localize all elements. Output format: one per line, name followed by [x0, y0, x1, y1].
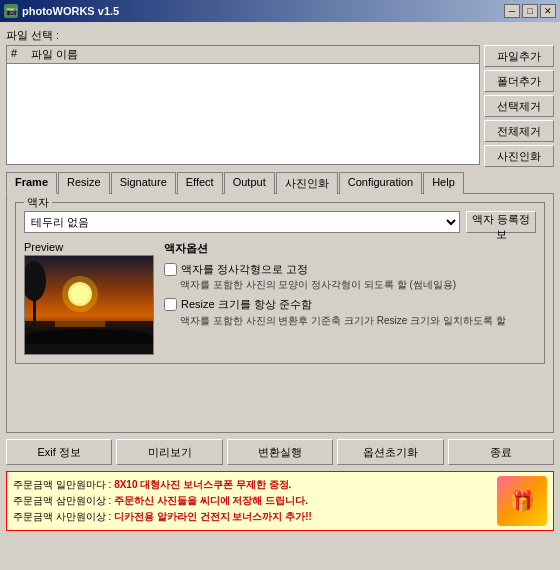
checkbox-2-subtext: 액자를 포함한 사진의 변환후 기준축 크기가 Resize 크기와 일치하도록… [180, 314, 536, 327]
quit-button[interactable]: 종료 [448, 439, 554, 465]
reset-button[interactable]: 옵션초기화 [337, 439, 443, 465]
checkbox-2-label: Resize 크기를 항상 준수함 [181, 297, 312, 311]
preview-label: Preview [24, 241, 154, 253]
add-file-button[interactable]: 파일추가 [484, 45, 554, 67]
tabs-container: Frame Resize Signature Effect Output 사진인… [6, 171, 554, 433]
checkbox-resize-comply[interactable] [164, 298, 177, 311]
file-table-area: # 파일 이름 파일추가 폴더추가 선택제거 전체제거 사진인화 [6, 45, 554, 167]
checkbox-group-1: 액자를 정사각형으로 고정 액자를 포함한 사진의 모양이 정사각형이 되도록 … [164, 262, 536, 291]
tab-print[interactable]: 사진인화 [276, 172, 338, 194]
file-list: # 파일 이름 [6, 45, 480, 165]
preview-box: Preview [24, 241, 154, 355]
frame-options: 액자옵션 액자를 정사각형으로 고정 액자를 포함한 사진의 모양이 정사각형이… [164, 241, 536, 355]
preview-button[interactable]: 미리보기 [116, 439, 222, 465]
banner: 주문금액 일만원마다 : 8X10 대형사진 보너스쿠폰 무제한 증정. 주문금… [6, 471, 554, 531]
banner-line-1-highlight: 8X10 대형사진 보너스쿠폰 무제한 증정. [114, 479, 291, 490]
frame-select-wrapper: 테두리 없음 [24, 211, 460, 233]
tab-help[interactable]: Help [423, 172, 464, 194]
title-buttons: ─ □ ✕ [504, 4, 556, 18]
banner-icon: 🎁 [497, 476, 547, 526]
add-folder-button[interactable]: 폴더추가 [484, 70, 554, 92]
frame-preview-area: Preview [24, 241, 536, 355]
title-bar-left: 📷 photoWORKS v1.5 [4, 4, 119, 18]
app-icon: 📷 [4, 4, 18, 18]
tab-config[interactable]: Configuration [339, 172, 422, 194]
checkbox-row-1: 액자를 정사각형으로 고정 [164, 262, 536, 276]
file-list-header: # 파일 이름 [7, 46, 479, 64]
frame-info-button[interactable]: 액자 등록정보 [466, 211, 536, 233]
file-list-body[interactable] [7, 64, 479, 162]
banner-line-1-prefix: 주문금액 일만원마다 : [13, 479, 114, 490]
tab-signature[interactable]: Signature [111, 172, 176, 194]
banner-text: 주문금액 일만원마다 : 8X10 대형사진 보너스쿠폰 무제한 증정. 주문금… [13, 477, 491, 525]
checkbox-square-frame[interactable] [164, 263, 177, 276]
checkbox-1-subtext: 액자를 포함한 사진의 모양이 정사각형이 되도록 할 (썸네일용) [180, 278, 536, 291]
banner-line-1: 주문금액 일만원마다 : 8X10 대형사진 보너스쿠폰 무제한 증정. [13, 477, 491, 493]
close-button[interactable]: ✕ [540, 4, 556, 18]
frame-options-title: 액자옵션 [164, 241, 536, 256]
file-section-label: 파일 선택 : [6, 28, 554, 43]
banner-line-2-highlight: 주문하신 사진들을 씨디에 저장해 드립니다. [114, 495, 308, 506]
exif-button[interactable]: Exif 정보 [6, 439, 112, 465]
tab-output[interactable]: Output [224, 172, 275, 194]
svg-rect-8 [25, 328, 154, 355]
print-button[interactable]: 사진인화 [484, 145, 554, 167]
tab-content-frame: 액자 테두리 없음 액자 등록정보 Preview [6, 193, 554, 433]
checkbox-1-label: 액자를 정사각형으로 고정 [181, 262, 308, 276]
maximize-button[interactable]: □ [522, 4, 538, 18]
tab-effect[interactable]: Effect [177, 172, 223, 194]
file-buttons: 파일추가 폴더추가 선택제거 전체제거 사진인화 [484, 45, 554, 167]
title-bar: 📷 photoWORKS v1.5 ─ □ ✕ [0, 0, 560, 22]
frame-groupbox-title: 액자 [24, 195, 52, 210]
frame-select[interactable]: 테두리 없음 [24, 211, 460, 233]
banner-line-2-prefix: 주문금액 삼만원이상 : [13, 495, 114, 506]
main-window: 파일 선택 : # 파일 이름 파일추가 폴더추가 선택제거 전체제거 사진인화… [0, 22, 560, 570]
checkbox-row-2: Resize 크기를 항상 준수함 [164, 297, 536, 311]
remove-selected-button[interactable]: 선택제거 [484, 95, 554, 117]
tab-frame[interactable]: Frame [6, 172, 57, 194]
checkbox-group-2: Resize 크기를 항상 준수함 액자를 포함한 사진의 변환후 기준축 크기… [164, 297, 536, 326]
banner-line-3-prefix: 주문금액 사만원이상 : [13, 511, 114, 522]
minimize-button[interactable]: ─ [504, 4, 520, 18]
remove-all-button[interactable]: 전체제거 [484, 120, 554, 142]
banner-line-3-highlight: 디카전용 알카라인 건전지 보너스까지 추가!! [114, 511, 312, 522]
app-title: photoWORKS v1.5 [22, 5, 119, 17]
frame-top-row: 테두리 없음 액자 등록정보 [24, 211, 536, 233]
svg-point-3 [71, 285, 89, 303]
bottom-buttons: Exif 정보 미리보기 변환실행 옵션초기화 종료 [6, 439, 554, 465]
banner-line-3: 주문금액 사만원이상 : 디카전용 알카라인 건전지 보너스까지 추가!! [13, 509, 491, 525]
tabs-header: Frame Resize Signature Effect Output 사진인… [6, 171, 554, 193]
banner-line-2: 주문금액 삼만원이상 : 주문하신 사진들을 씨디에 저장해 드립니다. [13, 493, 491, 509]
file-section: 파일 선택 : # 파일 이름 파일추가 폴더추가 선택제거 전체제거 사진인화 [6, 28, 554, 167]
svg-rect-5 [55, 321, 105, 327]
preview-image [24, 255, 154, 355]
col-num-header: # [11, 47, 31, 62]
frame-groupbox: 액자 테두리 없음 액자 등록정보 Preview [15, 202, 545, 364]
col-name-header: 파일 이름 [31, 47, 475, 62]
convert-button[interactable]: 변환실행 [227, 439, 333, 465]
tab-resize[interactable]: Resize [58, 172, 110, 194]
